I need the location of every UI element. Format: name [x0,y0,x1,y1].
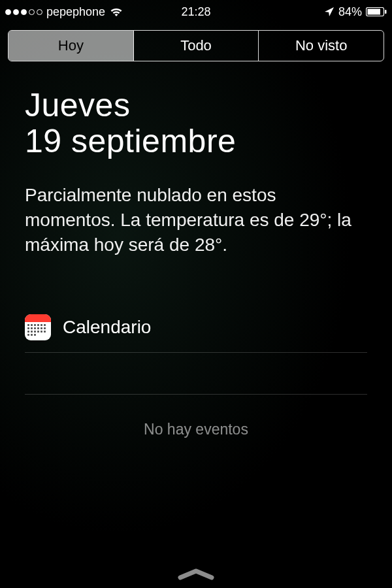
status-left: pepephone [5,5,123,19]
svg-rect-2 [385,10,387,14]
status-bar: pepephone 21:28 84% [0,0,392,24]
status-time: 21:28 [181,5,210,19]
calendar-section: Calendario No hay eventos [25,314,367,438]
tab-unseen[interactable]: No visto [259,31,384,61]
no-events-label: No hay eventos [25,395,367,438]
tab-all[interactable]: Todo [134,31,259,61]
today-view: Jueves 19 septiembre Parcialmente nublad… [0,88,392,438]
today-date-header: Jueves 19 septiembre [25,88,367,159]
wifi-icon [109,7,123,17]
today-weekday: Jueves [25,88,367,123]
tab-today[interactable]: Hoy [8,31,134,61]
calendar-header[interactable]: Calendario [25,314,367,353]
calendar-title: Calendario [63,317,151,338]
carrier-label: pepephone [46,5,105,19]
location-icon [324,7,335,17]
calendar-icon [25,314,51,340]
signal-strength-icon [5,9,42,15]
today-date: 19 septiembre [25,123,367,159]
battery-icon [366,7,387,16]
status-right: 84% [324,5,387,19]
list-item [25,353,367,395]
svg-rect-1 [368,9,381,15]
battery-percentage: 84% [338,5,362,19]
grabber-handle[interactable] [176,568,216,580]
weather-summary: Parcialmente nublado en estos momentos. … [25,183,367,257]
notification-tabs: Hoy Todo No visto [8,30,384,61]
